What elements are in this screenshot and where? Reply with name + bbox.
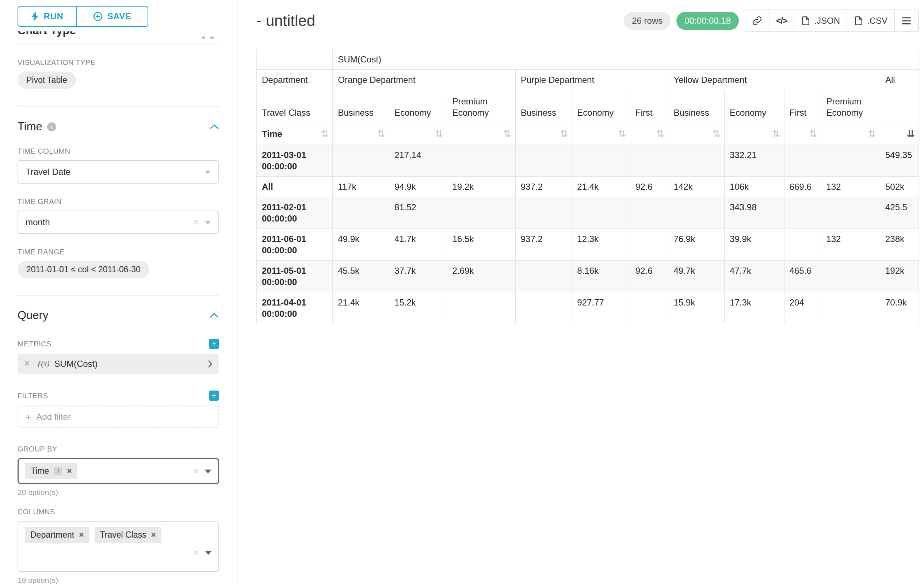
add-filter-plus-button[interactable]: + [209, 391, 219, 401]
sort-header[interactable]: ⇅ [821, 123, 880, 145]
fx-icon: ƒ(x) [37, 359, 50, 368]
time-range-pill[interactable]: 2011-01-01 ≤ col < 2011-06-30 [18, 261, 149, 278]
pivot-cell [784, 229, 821, 261]
chevron-right-icon[interactable] [208, 360, 213, 368]
export-csv-button[interactable]: .CSV [846, 10, 895, 32]
info-icon[interactable]: i [47, 122, 56, 132]
hamburger-icon [901, 16, 912, 25]
remove-tag-icon[interactable]: × [79, 531, 84, 539]
run-button-label: RUN [44, 12, 64, 21]
col-axis-title: Department [257, 70, 333, 90]
clear-icon[interactable]: × [193, 466, 199, 476]
columns-tag[interactable]: Department × [25, 527, 89, 543]
row-header: 2011-05-01 00:00:00 [257, 261, 333, 292]
pivot-cell [821, 261, 880, 292]
sort-header[interactable]: ⇅ [447, 123, 515, 145]
column-header: Premium Economy [821, 90, 880, 123]
sort-icon[interactable]: ⇅ [772, 128, 780, 140]
sort-header[interactable]: ⇅ [630, 123, 668, 145]
remove-tag-icon[interactable]: × [151, 531, 156, 539]
time-grain-value: month [26, 217, 50, 227]
row-axis-title: Travel Class [257, 90, 333, 123]
add-filter-button[interactable]: + Add filter [18, 406, 219, 428]
save-button[interactable]: SAVE [76, 6, 148, 27]
chart-type-section-header[interactable]: Chart Type [18, 31, 219, 40]
chevron-up-icon[interactable] [209, 313, 219, 318]
export-json-label: .JSON [814, 16, 840, 26]
link-icon [752, 16, 762, 26]
sort-header[interactable]: ⇊ [880, 123, 919, 145]
export-json-button[interactable]: .JSON [794, 10, 847, 32]
sort-icon[interactable]: ⇅ [321, 128, 329, 140]
column-group-header: All [880, 70, 919, 90]
caret-down-icon[interactable] [205, 469, 211, 474]
sort-header[interactable]: ⇅ [389, 123, 447, 145]
sort-header[interactable]: ⇅ [515, 123, 572, 145]
sort-header[interactable]: ⇅ [333, 123, 389, 145]
remove-tag-icon[interactable]: × [67, 467, 72, 475]
divider [18, 106, 219, 107]
pivot-cell [821, 145, 880, 177]
pivot-cell: 332.21 [724, 145, 784, 177]
pivot-cell [784, 197, 821, 229]
chart-header: - untitled 26 rows 00:00:00.18 </> .JSON [256, 10, 919, 32]
pivot-cell: 39.9k [724, 229, 784, 261]
clear-icon[interactable]: × [193, 217, 199, 227]
groupby-options-hint: 20 option(s) [18, 488, 219, 497]
sort-icon[interactable]: ⇅ [435, 128, 443, 140]
groupby-tag-label: Time [31, 466, 49, 476]
pivot-cell: 927.77 [572, 292, 630, 324]
pivot-cell [630, 229, 668, 261]
pivot-cell: 17.3k [724, 292, 784, 324]
row-dimension-header[interactable]: Time⇅ [257, 123, 333, 145]
sort-desc-icon[interactable]: ⇊ [906, 128, 915, 140]
sort-header[interactable]: ⇅ [668, 123, 724, 145]
sort-icon[interactable]: ⇅ [618, 128, 626, 140]
columns-tag[interactable]: Travel Class × [95, 527, 162, 543]
copy-link-button[interactable] [745, 10, 769, 32]
clear-icon[interactable]: × [193, 548, 199, 558]
viz-type-pill[interactable]: Pivot Table [18, 72, 76, 89]
pivot-cell: 132 [821, 177, 880, 197]
sort-header[interactable]: ⇅ [784, 123, 821, 145]
sort-header[interactable]: ⇅ [572, 123, 630, 145]
columns-select[interactable]: Department × Travel Class × × [18, 521, 219, 572]
chevron-up-icon[interactable] [209, 124, 219, 130]
sort-icon[interactable]: ⇅ [656, 128, 665, 140]
sort-icon[interactable]: ⇅ [712, 128, 721, 140]
chart-title[interactable]: - untitled [256, 12, 315, 30]
clipped-header-icons [201, 36, 214, 39]
time-column-select[interactable]: Travel Date [18, 160, 219, 184]
divider [18, 44, 219, 44]
sort-icon[interactable]: ⇅ [560, 128, 568, 140]
add-metric-button[interactable]: + [209, 339, 219, 349]
pivot-cell [821, 292, 880, 324]
caret-down-icon[interactable] [205, 550, 212, 555]
sort-icon[interactable]: ⇅ [503, 128, 512, 140]
run-button[interactable]: RUN [18, 6, 77, 27]
sort-icon[interactable]: ⇅ [809, 128, 817, 140]
remove-metric-icon[interactable]: × [24, 359, 30, 368]
caret-down-icon [205, 170, 211, 174]
menu-button[interactable] [894, 10, 919, 32]
info-icon[interactable]: i [54, 467, 62, 475]
pivot-cell: 12.3k [572, 229, 630, 261]
time-section-header[interactable]: Time i [18, 120, 219, 133]
pivot-cell: 669.6 [784, 177, 821, 197]
query-section-header[interactable]: Query [18, 309, 219, 322]
column-group-header: Yellow Department [668, 70, 880, 90]
pivot-cell [821, 197, 880, 229]
metric-option[interactable]: × ƒ(x) SUM(Cost) [18, 354, 219, 374]
add-filter-label: Add filter [36, 412, 71, 422]
groupby-tag[interactable]: Time i × [25, 463, 78, 479]
time-grain-select[interactable]: month × [18, 211, 219, 234]
embed-code-button[interactable]: </> [769, 10, 794, 32]
control-panel-scroll[interactable]: Chart Type VISUALIZATION TYPE Pivot Tabl… [0, 31, 237, 584]
pivot-cell: 937.2 [515, 229, 572, 261]
row-count-badge: 26 rows [624, 12, 670, 30]
pivot-cell: 425.5 [880, 197, 919, 229]
sort-icon[interactable]: ⇅ [377, 128, 385, 140]
sort-header[interactable]: ⇅ [724, 123, 784, 145]
sort-icon[interactable]: ⇅ [868, 128, 876, 140]
groupby-select[interactable]: Time i × × [18, 458, 219, 484]
